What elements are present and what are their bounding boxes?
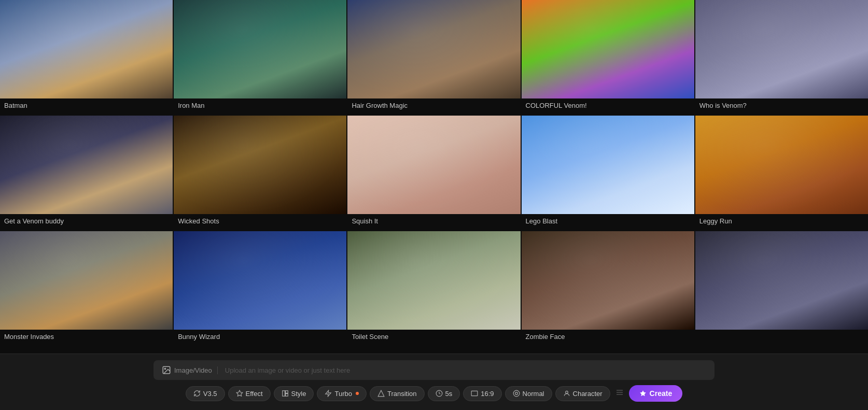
style-label: Style	[291, 390, 306, 398]
settings-separator	[613, 388, 626, 399]
thumb-lego-blast	[522, 116, 694, 214]
gallery-item-who-is-venom[interactable]: Who is Venom?	[695, 0, 868, 115]
effect-label: Effect	[246, 390, 263, 398]
character-label: Character	[573, 390, 603, 398]
normal-button[interactable]: Normal	[505, 386, 552, 401]
upload-label: Image/Video	[174, 366, 218, 374]
thumb-zombie	[522, 231, 694, 330]
style-button[interactable]: Style	[274, 386, 314, 401]
gallery-item-ironman[interactable]: Iron Man	[174, 0, 346, 115]
gallery-container: BatmanIron ManHair Growth MagicCOLORFUL …	[0, 0, 868, 346]
svg-point-10	[515, 392, 517, 395]
item-title-zombie: Zombie Face	[522, 330, 694, 346]
thumb-who-is-venom	[695, 0, 868, 98]
item-title-colorful-venom: COLORFUL Venom!	[522, 98, 694, 115]
item-title-toilet: Toilet Scene	[347, 330, 520, 346]
gallery-item-empty[interactable]	[695, 231, 868, 346]
svg-marker-6	[378, 390, 384, 397]
upload-placeholder: Upload an image or video or just text he…	[225, 366, 706, 374]
transition-label: Transition	[387, 390, 417, 398]
gallery-item-lego-blast[interactable]: Lego Blast	[522, 116, 694, 230]
normal-label: Normal	[523, 390, 544, 398]
item-title-hair-growth: Hair Growth Magic	[347, 98, 520, 115]
thumb-batman	[0, 0, 173, 98]
thumb-empty	[695, 231, 868, 330]
svg-marker-15	[640, 390, 646, 396]
turbo-badge	[356, 392, 359, 395]
create-label: Create	[650, 389, 673, 398]
svg-rect-3	[282, 391, 285, 397]
svg-rect-8	[471, 391, 478, 395]
upload-bar[interactable]: Image/Video Upload an image or video or …	[153, 360, 715, 380]
svg-point-9	[513, 390, 520, 397]
thumb-squish-it	[347, 116, 520, 214]
item-title-batman: Batman	[0, 98, 173, 115]
item-title-wicked-shots: Wicked Shots	[174, 214, 346, 230]
thumb-get-venom-buddy	[0, 116, 173, 214]
thumb-wicked-shots	[174, 116, 346, 214]
svg-point-11	[565, 391, 568, 393]
ratio-label: 16:9	[481, 390, 494, 398]
version-button[interactable]: V3.5	[186, 386, 225, 401]
item-title-lego-blast: Lego Blast	[522, 214, 694, 230]
thumb-ironman	[174, 0, 346, 98]
gallery-item-get-venom-buddy[interactable]: Get a Venom buddy	[0, 116, 173, 230]
thumb-hair-growth	[347, 0, 520, 98]
turbo-button[interactable]: Turbo	[317, 386, 366, 401]
gallery-item-colorful-venom[interactable]: COLORFUL Venom!	[522, 0, 694, 115]
thumb-bunny-wizard	[174, 231, 346, 330]
item-title-ironman: Iron Man	[174, 98, 346, 115]
gallery-item-wicked-shots[interactable]: Wicked Shots	[174, 116, 346, 230]
gallery-item-leggy-run[interactable]: Leggy Run	[695, 116, 868, 230]
duration-label: 5s	[445, 390, 453, 398]
item-title-get-venom-buddy: Get a Venom buddy	[0, 214, 173, 230]
version-label: V3.5	[203, 390, 217, 398]
gallery-item-toilet[interactable]: Toilet Scene	[347, 231, 520, 346]
gallery-scroll[interactable]: BatmanIron ManHair Growth MagicCOLORFUL …	[0, 0, 868, 352]
gallery-item-zombie[interactable]: Zombie Face	[522, 231, 694, 346]
turbo-label: Turbo	[334, 390, 352, 398]
item-title-bunny-wizard: Bunny Wizard	[174, 330, 346, 346]
gallery-item-bunny-wizard[interactable]: Bunny Wizard	[174, 231, 346, 346]
effect-button[interactable]: Effect	[228, 386, 271, 401]
svg-point-1	[164, 368, 165, 369]
item-title-leggy-run: Leggy Run	[695, 214, 868, 230]
thumb-monster-invades	[0, 231, 173, 330]
thumb-toilet	[347, 231, 520, 330]
item-title-squish-it: Squish It	[347, 214, 520, 230]
gallery-item-batman[interactable]: Batman	[0, 0, 173, 115]
ratio-button[interactable]: 16:9	[463, 386, 501, 401]
transition-button[interactable]: Transition	[370, 386, 425, 401]
duration-button[interactable]: 5s	[428, 386, 460, 401]
controls-bar: V3.5 Effect Style Turbo Transition 5s 16…	[8, 385, 860, 404]
item-title-who-is-venom: Who is Venom?	[695, 98, 868, 115]
thumb-leggy-run	[695, 116, 868, 214]
svg-rect-5	[285, 394, 288, 397]
character-button[interactable]: Character	[555, 386, 610, 401]
thumb-colorful-venom	[522, 0, 694, 98]
gallery-row-1: Get a Venom buddyWicked ShotsSquish ItLe…	[0, 116, 868, 230]
svg-rect-4	[285, 391, 288, 393]
svg-marker-2	[236, 390, 243, 396]
gallery-row-2: Monster InvadesBunny WizardToilet SceneZ…	[0, 231, 868, 346]
toolbar: Image/Video Upload an image or video or …	[0, 354, 868, 410]
create-button[interactable]: Create	[629, 385, 683, 402]
gallery-row-0: BatmanIron ManHair Growth MagicCOLORFUL …	[0, 0, 868, 115]
gallery-item-monster-invades[interactable]: Monster Invades	[0, 231, 173, 346]
item-title-monster-invades: Monster Invades	[0, 330, 173, 346]
gallery-item-squish-it[interactable]: Squish It	[347, 116, 520, 230]
gallery-item-hair-growth[interactable]: Hair Growth Magic	[347, 0, 520, 115]
upload-icon: Image/Video	[162, 365, 220, 375]
